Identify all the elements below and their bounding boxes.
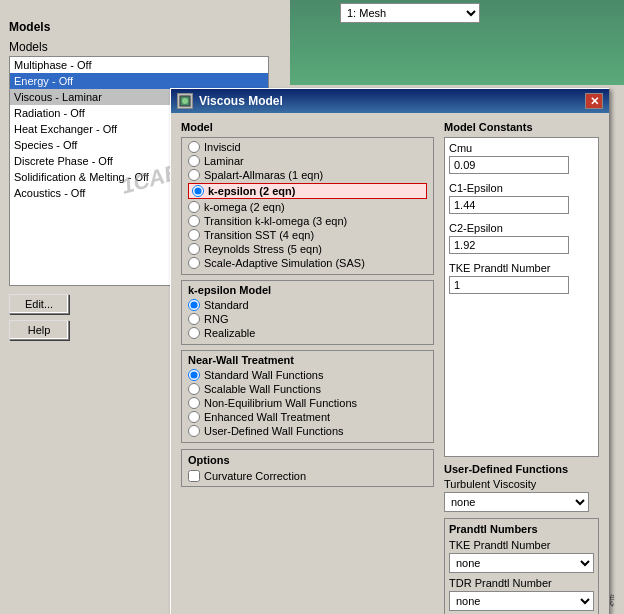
radio-inviscid[interactable]: Inviscid (188, 141, 427, 153)
tke-prandtl-number-label: TKE Prandtl Number (449, 539, 594, 551)
curvature-correction-label: Curvature Correction (204, 470, 306, 482)
udf-label: User-Defined Functions (444, 463, 599, 475)
mc-cmu: Cmu 0.09 (449, 142, 594, 174)
radio-rng[interactable]: RNG (188, 313, 427, 325)
svg-point-1 (182, 98, 188, 104)
radio-realizable[interactable]: Realizable (188, 327, 427, 339)
mc-tke-prandtl: TKE Prandtl Number (449, 262, 594, 294)
model-section-label: Model (181, 121, 434, 133)
radio-spalart[interactable]: Spalart-Allmaras (1 eqn) (188, 169, 427, 181)
radio-scalable-wall[interactable]: Scalable Wall Functions (188, 383, 427, 395)
udf-turbulent-viscosity: Turbulent Viscosity none (444, 478, 599, 512)
radio-enhanced-wall[interactable]: Enhanced Wall Treatment (188, 411, 427, 423)
radio-transition-kkl[interactable]: Transition k-kl-omega (3 eqn) (188, 215, 427, 227)
prandtl-section: Prandtl Numbers TKE Prandtl Number none … (444, 518, 599, 614)
radio-sas[interactable]: Scale-Adaptive Simulation (SAS) (188, 257, 427, 269)
model-constants-panel: Cmu 0.09 C1-Epsilon C2-Epsilon TKE Prand… (444, 137, 599, 457)
tke-prandtl-select[interactable]: none (449, 553, 594, 573)
mc-c2epsilon-label: C2-Epsilon (449, 222, 594, 234)
curvature-correction-item[interactable]: Curvature Correction (188, 470, 427, 482)
mc-c2epsilon-input[interactable] (449, 236, 569, 254)
tdr-prandtl-select[interactable]: none (449, 591, 594, 611)
mc-c1epsilon-input[interactable] (449, 196, 569, 214)
edit-button[interactable]: Edit... (9, 294, 69, 314)
close-button[interactable]: ✕ (585, 93, 603, 109)
list-item[interactable]: Energy - Off (10, 73, 268, 89)
radio-noneq-wall[interactable]: Non-Equilibrium Wall Functions (188, 397, 427, 409)
viscous-model-dialog: Viscous Model ✕ Model Inviscid Laminar S… (170, 88, 610, 614)
mc-cmu-input[interactable]: 0.09 (449, 156, 569, 174)
kepsilon-model-group: k-epsilon Model Standard RNG Realizable (181, 280, 434, 345)
dialog-titlebar: Viscous Model ✕ (171, 89, 609, 113)
list-item[interactable]: Multiphase - Off (10, 57, 268, 73)
radio-standard[interactable]: Standard (188, 299, 427, 311)
udf-turbulent-viscosity-select[interactable]: none (444, 492, 589, 512)
mc-tke-prandtl-input[interactable] (449, 276, 569, 294)
radio-laminar[interactable]: Laminar (188, 155, 427, 167)
model-constants-label: Model Constants (444, 121, 599, 133)
dialog-title: Viscous Model (199, 94, 283, 108)
mc-c1epsilon: C1-Epsilon (449, 182, 594, 214)
dialog-icon (177, 93, 193, 109)
tke-prandtl-row: TKE Prandtl Number none (449, 539, 594, 573)
tdr-prandtl-number-label: TDR Prandtl Number (449, 577, 594, 589)
udf-turbulent-viscosity-label: Turbulent Viscosity (444, 478, 599, 490)
options-title: Options (188, 454, 427, 466)
radio-reynolds[interactable]: Reynolds Stress (5 eqn) (188, 243, 427, 255)
prandtl-title: Prandtl Numbers (449, 523, 594, 535)
mc-tke-prandtl-label: TKE Prandtl Number (449, 262, 594, 274)
kepsilon-model-title: k-epsilon Model (188, 284, 427, 296)
near-wall-title: Near-Wall Treatment (188, 354, 427, 366)
models-list-label: Models (5, 40, 285, 54)
mc-c2epsilon: C2-Epsilon (449, 222, 594, 254)
radio-komega[interactable]: k-omega (2 eqn) (188, 201, 427, 213)
radio-udf-wall[interactable]: User-Defined Wall Functions (188, 425, 427, 437)
options-section: Options Curvature Correction (181, 449, 434, 487)
udf-section: User-Defined Functions Turbulent Viscosi… (444, 463, 599, 614)
radio-kepsilon[interactable]: k-epsilon (2 eqn) (188, 183, 427, 199)
near-wall-group: Near-Wall Treatment Standard Wall Functi… (181, 350, 434, 443)
radio-transition-sst[interactable]: Transition SST (4 eqn) (188, 229, 427, 241)
help-button[interactable]: Help (9, 320, 69, 340)
curvature-correction-checkbox[interactable] (188, 470, 200, 482)
radio-std-wall[interactable]: Standard Wall Functions (188, 369, 427, 381)
tdr-prandtl-row: TDR Prandtl Number none (449, 577, 594, 611)
models-panel-title: Models (5, 18, 285, 36)
mc-c1epsilon-label: C1-Epsilon (449, 182, 594, 194)
mc-cmu-label: Cmu (449, 142, 594, 154)
mesh-dropdown[interactable]: 1: Mesh (340, 3, 480, 23)
model-radio-group: Inviscid Laminar Spalart-Allmaras (1 eqn… (181, 137, 434, 275)
